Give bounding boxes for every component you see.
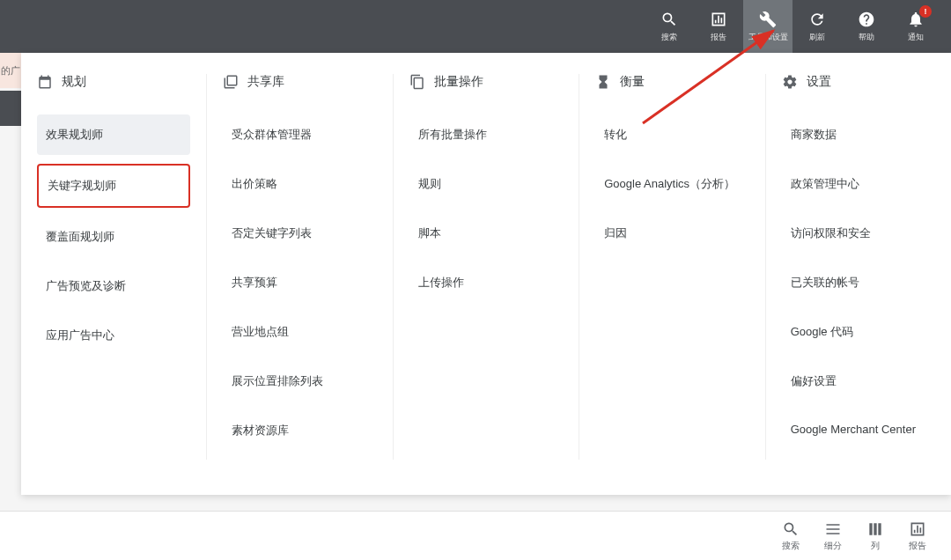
segment-icon — [824, 520, 842, 538]
menu-column-header: 衡量 — [595, 74, 748, 90]
menu-item[interactable]: 所有批量操作 — [409, 114, 563, 155]
menu-item[interactable]: 关键字规划师 — [37, 164, 190, 208]
topbar-item-label: 搜索 — [661, 32, 677, 43]
library-icon — [223, 74, 239, 90]
topbar-item-label: 报告 — [711, 32, 726, 43]
menu-item[interactable]: 访问权限和安全 — [782, 213, 935, 254]
menu-item[interactable]: 转化 — [595, 114, 748, 155]
menu-item[interactable]: Google 代码 — [782, 312, 935, 352]
left-strip: 的广 — [0, 53, 21, 88]
left-strip-text: 的广 — [1, 64, 20, 77]
menu-column-2: 批量操作所有批量操作规则脚本上传操作 — [394, 74, 579, 460]
columns-icon — [866, 520, 884, 538]
menu-item[interactable]: 归因 — [595, 213, 748, 254]
menu-item[interactable]: 已关联的帐号 — [782, 262, 935, 303]
menu-column-0: 规划效果规划师关键字规划师覆盖面规划师广告预览及诊断应用广告中心 — [21, 74, 207, 460]
menu-item[interactable]: 商家数据 — [782, 114, 935, 155]
gear-icon — [782, 74, 798, 90]
chart-icon — [710, 11, 727, 28]
topbar-item-label: 帮助 — [859, 32, 874, 43]
calendar-icon — [37, 74, 53, 90]
menu-column-header: 共享库 — [223, 74, 376, 90]
bottombar-item-label: 搜索 — [782, 540, 800, 552]
menu-column-header: 设置 — [782, 74, 935, 90]
menu-item[interactable]: 否定关键字列表 — [223, 213, 376, 254]
hourglass-icon — [595, 74, 611, 90]
menu-item[interactable]: 广告预览及诊断 — [37, 266, 190, 306]
menu-item[interactable]: 覆盖面规划师 — [37, 217, 190, 257]
menu-item[interactable]: 应用广告中心 — [37, 315, 190, 356]
menu-column-title: 设置 — [807, 74, 831, 90]
bottombar-chart-button[interactable]: 报告 — [896, 520, 939, 552]
topbar-chart-button[interactable]: 报告 — [694, 0, 743, 53]
bottombar-search-button[interactable]: 搜索 — [770, 520, 812, 552]
menu-item[interactable]: 共享预算 — [223, 262, 376, 303]
topbar-bell-button[interactable]: 通知! — [891, 0, 940, 53]
menu-item[interactable]: 营业地点组 — [223, 312, 376, 352]
menu-column-1: 共享库受众群体管理器出价策略否定关键字列表共享预算营业地点组展示位置排除列表素材… — [207, 74, 393, 460]
menu-item[interactable]: 展示位置排除列表 — [223, 361, 376, 402]
search-icon — [782, 520, 800, 538]
search-icon — [660, 11, 678, 28]
menu-item[interactable]: 效果规划师 — [37, 114, 190, 155]
menu-column-3: 衡量转化Google Analytics（分析）归因 — [579, 74, 765, 460]
bottombar-segment-button[interactable]: 细分 — [812, 520, 854, 552]
menu-item[interactable]: 偏好设置 — [782, 361, 935, 402]
topbar-refresh-button[interactable]: 刷新 — [792, 0, 842, 53]
menu-item[interactable]: 出价策略 — [223, 164, 376, 204]
menu-item[interactable]: Google Merchant Center — [782, 410, 935, 448]
menu-item[interactable]: 上传操作 — [409, 262, 563, 303]
bottombar-columns-button[interactable]: 列 — [854, 520, 896, 552]
left-dark-strip — [0, 91, 21, 126]
bottombar-item-label: 细分 — [824, 540, 842, 552]
menu-column-header: 规划 — [37, 74, 190, 90]
topbar-help-button[interactable]: 帮助 — [842, 0, 891, 53]
tools-mega-menu: 规划效果规划师关键字规划师覆盖面规划师广告预览及诊断应用广告中心共享库受众群体管… — [21, 53, 951, 495]
notification-badge: ! — [919, 5, 932, 18]
top-toolbar: 搜索报告工具和设置刷新帮助通知! — [0, 0, 951, 53]
wrench-icon — [759, 11, 777, 28]
copy-icon — [409, 74, 425, 90]
topbar-item-label: 刷新 — [809, 32, 825, 43]
topbar-item-label: 工具和设置 — [748, 32, 788, 43]
help-icon — [858, 11, 875, 28]
menu-column-4: 设置商家数据政策管理中心访问权限和安全已关联的帐号Google 代码偏好设置Go… — [766, 74, 951, 460]
topbar-item-label: 通知 — [908, 32, 924, 43]
menu-column-title: 批量操作 — [434, 74, 483, 90]
chart-icon — [909, 520, 926, 538]
bottombar-item-label: 报告 — [909, 540, 926, 552]
menu-item[interactable]: 脚本 — [409, 213, 563, 254]
menu-item[interactable]: Google Analytics（分析） — [595, 164, 748, 204]
menu-item[interactable]: 素材资源库 — [223, 410, 376, 451]
bottombar-item-label: 列 — [871, 540, 880, 552]
menu-column-title: 规划 — [62, 74, 86, 90]
menu-item[interactable]: 规则 — [409, 164, 563, 204]
refresh-icon — [808, 11, 826, 28]
menu-column-title: 共享库 — [247, 74, 284, 90]
menu-item[interactable]: 受众群体管理器 — [223, 114, 376, 155]
bottom-toolbar: 搜索细分列报告 — [0, 511, 951, 560]
menu-item[interactable]: 政策管理中心 — [782, 164, 935, 204]
menu-column-title: 衡量 — [620, 74, 645, 90]
topbar-search-button[interactable]: 搜索 — [645, 0, 694, 53]
topbar-wrench-button[interactable]: 工具和设置 — [743, 0, 792, 53]
menu-column-header: 批量操作 — [409, 74, 563, 90]
